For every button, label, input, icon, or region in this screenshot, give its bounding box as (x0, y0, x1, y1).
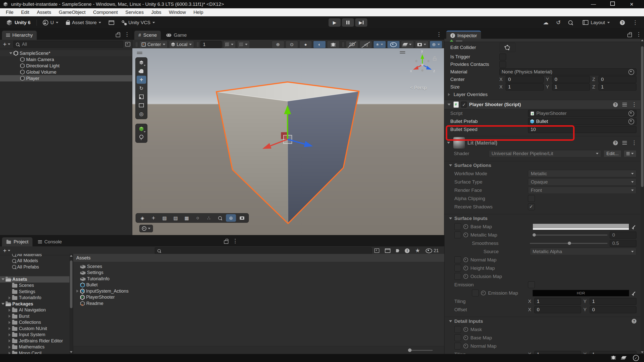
project-search[interactable] (155, 247, 372, 254)
shading-wireframe-button[interactable]: ⊕ (272, 41, 284, 48)
search-store-icon[interactable] (385, 248, 390, 253)
move-overlay-icon[interactable]: + (148, 214, 158, 222)
inspector-scrollbar[interactable] (640, 39, 644, 354)
texture-slot-icon[interactable] (463, 344, 468, 348)
slider-knob[interactable] (408, 348, 412, 352)
shading-mixed-button[interactable]: ⊙ (286, 41, 298, 48)
account-button[interactable]: U (40, 18, 61, 27)
scale-tool-button[interactable] (137, 93, 146, 101)
foldout-icon[interactable] (447, 102, 451, 108)
asset-row[interactable]: Bullet (75, 282, 444, 288)
toolbar-grip[interactable] (136, 42, 136, 47)
orientation-gizmo[interactable]: x y z (410, 49, 436, 73)
asset-row[interactable]: TutorialInfo (75, 276, 444, 282)
kebab-menu-icon[interactable]: ⋮ (232, 238, 238, 244)
menu-item[interactable]: Assets (33, 10, 55, 15)
unity-vcs-button[interactable]: Unity VCS (119, 18, 157, 27)
hidden-count[interactable]: 21 (426, 248, 439, 253)
texture-slot-icon[interactable] (463, 224, 468, 229)
add-asset-button[interactable]: + (2, 247, 11, 254)
shading-unlit-button[interactable]: ● (299, 41, 312, 48)
expander-icon[interactable] (15, 63, 20, 69)
tab-game[interactable]: Game (162, 31, 191, 40)
expander-icon[interactable] (9, 50, 13, 56)
metallic-value-field[interactable]: 0 (610, 232, 636, 239)
hierarchy-row[interactable]: SampleScene* (0, 50, 132, 56)
expander-icon[interactable] (8, 313, 12, 319)
presets-icon[interactable] (622, 141, 627, 145)
camera-overlay-icon[interactable] (237, 214, 247, 222)
gizmos-dropdown[interactable]: ⊕ (430, 41, 442, 48)
expander-icon[interactable] (8, 332, 12, 338)
search-options-icon[interactable] (374, 248, 379, 253)
eyedropper-icon[interactable] (631, 291, 636, 296)
presets-icon[interactable] (622, 103, 627, 106)
size-z-field[interactable]: 1 (598, 83, 636, 90)
tools-overlay-grip[interactable] (137, 52, 142, 53)
close-button[interactable]: × (626, 1, 637, 8)
object-picker-icon[interactable] (628, 119, 634, 124)
tree-row[interactable]: Assets (0, 276, 69, 283)
tree-row[interactable]: Custom NUnit (0, 326, 69, 332)
viewport-overlay-grip[interactable] (400, 51, 405, 52)
thumbnail-zoom-slider[interactable] (409, 350, 433, 351)
center-x-field[interactable]: 0 (506, 76, 544, 83)
play-button[interactable]: ▶ (329, 18, 341, 27)
menu-item[interactable]: Window (165, 10, 190, 15)
perspective-label[interactable]: < Persp (410, 85, 427, 90)
texture-slot-icon[interactable] (463, 274, 468, 279)
tree-row[interactable]: Scenes (0, 283, 69, 289)
expander-icon[interactable] (75, 300, 80, 306)
tree-row[interactable]: Settings (0, 289, 69, 295)
lock-icon[interactable] (224, 240, 228, 244)
debug-draw-button[interactable] (327, 41, 340, 48)
effects-toggle-button[interactable]: * (373, 41, 386, 48)
scene-visibility-button[interactable] (387, 41, 400, 48)
snap-increment-button[interactable] (237, 41, 250, 48)
normal-map-checkbox[interactable] (454, 256, 461, 263)
offset-y-field[interactable]: 0 (590, 306, 636, 313)
is-trigger-checkbox[interactable] (499, 54, 506, 60)
expander-icon[interactable] (75, 270, 80, 276)
foldout-icon[interactable] (446, 140, 451, 146)
texture-slot-icon[interactable] (463, 257, 468, 262)
expander-icon[interactable] (8, 344, 12, 350)
alpha-clipping-checkbox[interactable] (528, 195, 535, 202)
tree-row[interactable]: Packages (0, 301, 69, 307)
foldout-icon[interactable] (449, 215, 452, 221)
expander-icon[interactable] (15, 57, 20, 63)
tree-row[interactable]: All Materials (0, 254, 69, 258)
foldout-icon[interactable] (449, 162, 452, 168)
view-tool-button[interactable] (137, 67, 146, 75)
expander-icon[interactable] (8, 258, 12, 264)
bullet-speed-field[interactable]: 10 (528, 126, 636, 133)
smoothness-slider[interactable] (530, 243, 608, 244)
pivot-mode-dropdown[interactable]: Center (139, 41, 168, 48)
scroll-down-arrow[interactable] (70, 351, 72, 353)
emission-checkbox[interactable] (528, 281, 535, 288)
player-shooter-header[interactable]: Player Shooter (Script) ? ⋮ (444, 100, 640, 109)
rotate-tool-button[interactable]: ↻ (137, 84, 146, 92)
metallic-slider[interactable] (533, 235, 608, 236)
offset-x-field[interactable]: 0 (534, 306, 581, 313)
expander-icon[interactable] (8, 350, 12, 354)
favorite-icon[interactable]: ★ (415, 247, 420, 254)
snap-overlay-icon[interactable]: ⊕ (226, 214, 236, 222)
bullet-prefab-field[interactable]: Bullet (528, 118, 636, 125)
kebab-menu-icon[interactable]: ⋮ (124, 31, 130, 38)
base-map-checkbox[interactable] (454, 223, 461, 230)
detail-normal-map-checkbox[interactable] (454, 343, 461, 349)
eyedropper-icon[interactable] (631, 224, 636, 229)
menu-item[interactable]: Help (190, 10, 207, 15)
foldout-icon[interactable] (449, 318, 452, 324)
asset-row[interactable]: PlayerShooter (75, 294, 444, 301)
expander-icon[interactable] (8, 264, 12, 270)
zoom-overlay-icon[interactable] (215, 214, 225, 222)
expander-icon[interactable] (75, 263, 80, 269)
emission-color-swatch[interactable]: HDR (533, 290, 629, 296)
scrollbar-thumb[interactable] (641, 46, 643, 187)
expander-icon[interactable] (8, 307, 12, 313)
tree-row[interactable]: AI Navigation (0, 307, 69, 313)
tree-row[interactable]: Input System (0, 332, 69, 338)
pause-button[interactable] (342, 18, 354, 27)
